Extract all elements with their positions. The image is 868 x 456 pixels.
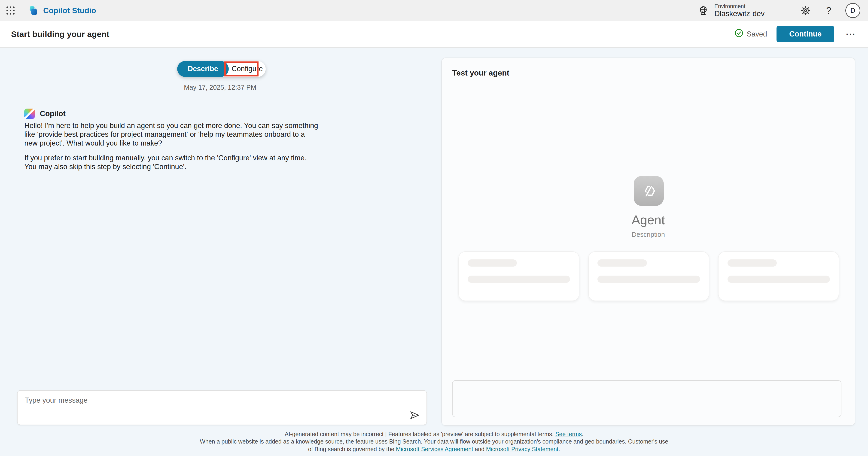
agent-description: Description [442,231,855,238]
footer-line-2: When a public website is added as a know… [0,438,868,445]
agent-hexagon-icon [640,182,658,200]
message-header: Copilot [24,109,65,119]
environment-label: Environment [714,3,765,9]
copilot-studio-app: Copilot Studio Environment Dlaskewitz-de… [0,0,868,456]
skeleton-card [458,251,580,301]
footer-text: . [558,446,560,452]
app-launcher-button[interactable] [0,0,21,21]
environment-switcher[interactable]: Environment Dlaskewitz-dev [696,3,765,18]
page-title: Start building your agent [0,29,109,39]
agent-name: Agent [442,213,855,227]
test-panel-title: Test your agent [452,69,509,78]
environment-name: Dlaskewitz-dev [714,9,765,18]
help-glyph: ? [826,5,832,16]
test-agent-panel: Test your agent Agent Description [441,58,855,426]
see-terms-link[interactable]: See terms [555,431,582,437]
main-area: Describe Configure May 17, 2025, 12:37 P… [0,48,868,456]
copilot-studio-logo-icon [28,5,39,16]
more-options-icon[interactable]: ··· [844,29,858,39]
tab-describe[interactable]: Describe [177,61,229,77]
top-bar: Copilot Studio Environment Dlaskewitz-de… [0,0,868,21]
footer-text: AI-generated content may be incorrect | … [285,431,555,437]
help-icon[interactable]: ? [822,4,836,17]
chat-input-box [17,390,427,425]
avatar-initial: D [850,7,855,14]
footer-text: of Bing search is governed by the [308,446,396,452]
page-header: Start building your agent Saved Continue… [0,21,868,48]
agent-avatar-tile [634,176,663,206]
environment-globe-icon [696,4,710,17]
saved-label: Saved [747,30,767,38]
settings-gear-icon[interactable] [799,4,812,17]
message-paragraph: If you prefer to start building manually… [24,154,319,171]
continue-button[interactable]: Continue [776,26,834,42]
footer-line-3: of Bing search is governed by the Micros… [0,445,868,453]
footer-line-1: AI-generated content may be incorrect | … [0,430,868,438]
suggestion-skeleton-row [458,251,839,301]
message-paragraph: Hello! I'm here to help you build an age… [24,121,319,148]
save-status: Saved [735,29,767,39]
test-chat-input[interactable] [452,380,841,418]
footer-text: . [582,431,583,437]
skeleton-card [718,251,839,301]
view-toggle: Describe Configure [177,61,266,77]
message-input[interactable] [18,391,426,425]
saved-check-icon [735,29,743,39]
services-agreement-link[interactable]: Microsoft Services Agreement [396,446,473,452]
account-avatar[interactable]: D [845,3,860,18]
message-sender: Copilot [40,110,66,118]
privacy-statement-link[interactable]: Microsoft Privacy Statement [486,446,558,452]
conversation-timestamp: May 17, 2025, 12:37 PM [0,84,440,91]
copilot-message: Hello! I'm here to help you build an age… [24,121,319,171]
footer-text: and [473,446,486,452]
skeleton-card [588,251,709,301]
tab-configure[interactable]: Configure [229,61,266,77]
send-button[interactable] [409,409,421,421]
copilot-logo-icon [24,109,35,119]
app-title[interactable]: Copilot Studio [43,6,96,15]
waffle-icon [6,6,15,15]
legal-footer: AI-generated content may be incorrect | … [0,430,868,453]
